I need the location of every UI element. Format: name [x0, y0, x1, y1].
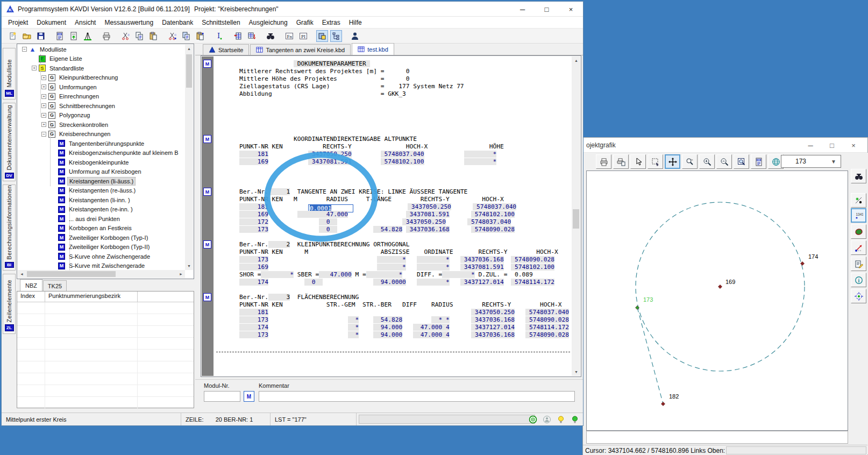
- tree-item[interactable]: MKreistangenten (re-inn. ): [18, 205, 185, 215]
- doc-tab-tangenten-an-zwei-kreise-kbd[interactable]: Tangenten an zwei Kreise.kbd: [250, 44, 351, 55]
- menu-ansicht[interactable]: Ansicht: [70, 17, 100, 28]
- doc-tab-startseite[interactable]: Startseite: [203, 44, 249, 55]
- tree-expand-icon[interactable]: +: [41, 122, 46, 127]
- print-page-icon[interactable]: [613, 154, 629, 169]
- print-icon[interactable]: [101, 30, 112, 42]
- tree-expand-icon[interactable]: −: [41, 132, 46, 137]
- vector-icon[interactable]: [851, 240, 866, 255]
- menu-dokument[interactable]: Dokument: [32, 17, 70, 28]
- modul-nr-input[interactable]: [204, 391, 240, 402]
- project-window-icon[interactable]: [316, 30, 328, 42]
- minimize-button[interactable]: ─: [510, 2, 535, 17]
- point-search-combo[interactable]: 173 ▼: [781, 155, 841, 168]
- select-icon[interactable]: [648, 154, 663, 169]
- table-row[interactable]: [17, 338, 194, 350]
- tree-item[interactable]: +GStreckenkontrollen: [18, 120, 185, 130]
- module-marker-icon[interactable]: M: [203, 188, 211, 196]
- zoom-out-icon[interactable]: [716, 154, 732, 169]
- tab-tk25[interactable]: TK25: [43, 280, 67, 291]
- tree-item[interactable]: M... aus drei Punkten: [18, 214, 185, 224]
- tree-item[interactable]: −GKreisberechnungen: [18, 130, 185, 139]
- cut-special-icon[interactable]: [166, 30, 178, 42]
- menu-schnittstellen[interactable]: Schnittstellen: [197, 17, 244, 28]
- tree-item[interactable]: +GKleinpunktberechnung: [18, 73, 185, 83]
- status-bulb-green-icon[interactable]: [570, 414, 580, 424]
- scroll-up-icon[interactable]: ▲: [185, 45, 193, 53]
- tree-item[interactable]: MS-Kurve ohne Zwischengerade: [18, 252, 185, 261]
- table-row[interactable]: [17, 385, 194, 397]
- zoom-drag-icon[interactable]: [682, 154, 698, 169]
- tree-item[interactable]: +GSchnittberechnungen: [18, 101, 185, 111]
- sidebar-tab-zl[interactable]: ZeilenelementeZL: [3, 274, 16, 334]
- grafik-canvas[interactable]: 169174173182: [586, 170, 848, 431]
- chevron-down-icon[interactable]: ▼: [831, 159, 841, 165]
- sidebar-tab-dv[interactable]: DokumentenverwaltungDV: [3, 103, 16, 181]
- module-marker-icon[interactable]: M: [203, 60, 211, 68]
- menu-hilfe[interactable]: Hilfe: [345, 17, 366, 28]
- tree-item[interactable]: MZweiteiliger Korbbogen (Typ-II): [18, 243, 185, 252]
- tree-item[interactable]: MKreisbogenkleinpunkte: [18, 158, 185, 167]
- kommentar-input[interactable]: [259, 391, 575, 402]
- tree-item[interactable]: MTangentenberührungspunkte: [18, 139, 185, 148]
- report-icon[interactable]: [54, 30, 66, 42]
- point-numbers-icon[interactable]: 1341: [851, 208, 866, 223]
- scroll-up-icon[interactable]: ▲: [572, 56, 580, 65]
- menu-messauswertung[interactable]: Messauswertung: [100, 17, 158, 28]
- survey-icon[interactable]: [82, 30, 94, 42]
- doc-edit-icon[interactable]: [851, 257, 866, 271]
- structure-icon[interactable]: [330, 30, 342, 42]
- help-icon[interactable]: [349, 30, 361, 42]
- fn-icon[interactable]: Fn: [283, 30, 295, 42]
- menu-ausgleichung[interactable]: Ausgleichung: [245, 17, 292, 28]
- search-icon[interactable]: [265, 30, 276, 42]
- save-icon[interactable]: [35, 30, 47, 42]
- table-row[interactable]: [17, 350, 194, 361]
- minimize-button[interactable]: ─: [800, 138, 821, 153]
- module-picker-button[interactable]: M: [244, 391, 254, 402]
- report-icon[interactable]: [751, 154, 766, 169]
- table-row[interactable]: [17, 326, 194, 338]
- menu-extras[interactable]: Extras: [318, 17, 345, 28]
- tree-item[interactable]: MKreistangenten (li-äuss.): [18, 176, 185, 186]
- tree-expand-icon[interactable]: +: [32, 66, 37, 70]
- tree-item[interactable]: +GEinrechnungen: [18, 92, 185, 102]
- menu-projekt[interactable]: Projekt: [4, 17, 32, 28]
- tree-item[interactable]: +GPolygonzug: [18, 111, 185, 120]
- sidebar-tab-bi[interactable]: BerechnungsinformationenBI: [3, 184, 16, 271]
- info-icon[interactable]: i: [851, 273, 866, 287]
- table-row[interactable]: [17, 397, 194, 409]
- open-icon[interactable]: [21, 30, 33, 42]
- doc-scroll-thumb[interactable]: [573, 209, 579, 229]
- close-button[interactable]: ×: [559, 2, 583, 17]
- tree-item[interactable]: MKorbbogen an Festkreis: [18, 224, 185, 233]
- zoom-window-icon[interactable]: [734, 154, 749, 169]
- table-row[interactable]: [17, 373, 194, 385]
- tree-vscroll-thumb[interactable]: [186, 54, 192, 88]
- maximize-button[interactable]: □: [821, 138, 843, 153]
- module-marker-icon[interactable]: M: [203, 293, 211, 301]
- document-text[interactable]: DOKUMENTENPARAMETER Mittlerer Rechtswert…: [214, 56, 573, 376]
- grafik-input-bar[interactable]: [586, 431, 848, 444]
- tree-expand-icon[interactable]: −: [22, 47, 27, 52]
- tree-expand-icon[interactable]: +: [41, 84, 46, 89]
- menu-grafik[interactable]: Grafik: [292, 17, 318, 28]
- maximize-button[interactable]: □: [535, 2, 559, 17]
- tree-item[interactable]: MKreisbogenzwischenpunkte auf kleinem B: [18, 148, 185, 158]
- copy-special-icon[interactable]: [180, 30, 192, 42]
- zoom-in-icon[interactable]: [699, 154, 715, 169]
- doc-tab-test-kbd[interactable]: test.kbd: [352, 43, 394, 55]
- tree-expand-icon[interactable]: +: [41, 103, 46, 108]
- tree-item[interactable]: −▲Modulliste: [18, 45, 185, 54]
- tree-item[interactable]: EEigene Liste: [18, 54, 185, 64]
- paste-icon[interactable]: [147, 30, 159, 42]
- cursor-icon[interactable]: [630, 154, 646, 169]
- menu-datenbank[interactable]: Datenbank: [158, 17, 197, 28]
- copy-icon[interactable]: [133, 30, 145, 42]
- tree-expand-icon[interactable]: +: [41, 75, 46, 80]
- pi-icon[interactable]: PI: [297, 30, 309, 42]
- module-marker-icon[interactable]: M: [203, 240, 211, 248]
- tree-item[interactable]: +GUmformungen: [18, 82, 185, 92]
- table-row[interactable]: [17, 302, 194, 314]
- area-icon[interactable]: [851, 224, 866, 239]
- cut-icon[interactable]: [119, 30, 131, 42]
